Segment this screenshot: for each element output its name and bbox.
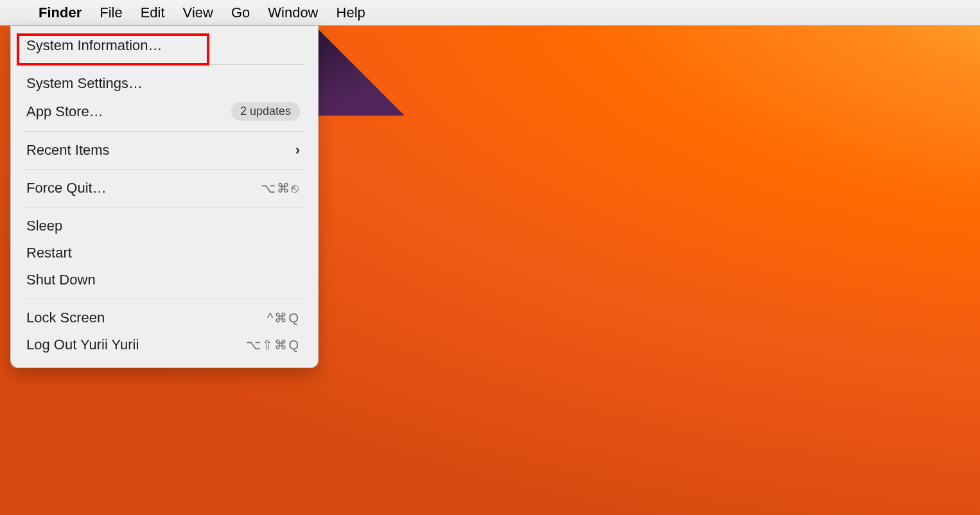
menu-item-label: App Store… xyxy=(26,103,103,120)
menu-item-system-information[interactable]: System Information… xyxy=(11,32,318,59)
menu-separator xyxy=(24,131,305,132)
menu-item-force-quit[interactable]: Force Quit… ⌥⌘⎋ xyxy=(11,175,318,202)
menu-item-label: Force Quit… xyxy=(26,180,107,196)
menubar-item-help[interactable]: Help xyxy=(337,0,365,26)
keyboard-shortcut: ⌥⇧⌘Q xyxy=(246,337,300,353)
menubar-item-window[interactable]: Window xyxy=(268,0,318,26)
menu-separator xyxy=(24,64,305,65)
chevron-right-icon: › xyxy=(295,142,300,159)
menubar: Finder File Edit View Go Window Help xyxy=(0,0,980,26)
apple-menu-dropdown: System Information… System Settings… App… xyxy=(10,26,319,368)
menubar-app-name[interactable]: Finder xyxy=(39,0,82,26)
menu-item-label: Sleep xyxy=(26,218,62,234)
menu-item-label: System Information… xyxy=(26,37,162,54)
menu-item-label: Lock Screen xyxy=(26,310,105,326)
menu-item-label: Log Out Yurii Yurii xyxy=(26,336,139,353)
menubar-item-file[interactable]: File xyxy=(100,0,122,26)
menubar-item-go[interactable]: Go xyxy=(231,0,250,26)
menubar-item-view[interactable]: View xyxy=(183,0,213,26)
menu-item-app-store[interactable]: App Store… 2 updates xyxy=(11,97,318,126)
menu-item-sleep[interactable]: Sleep xyxy=(11,213,318,240)
menu-item-recent-items[interactable]: Recent Items › xyxy=(11,137,318,164)
menu-item-label: Restart xyxy=(26,245,72,261)
menu-separator xyxy=(24,169,305,170)
menu-item-shut-down[interactable]: Shut Down xyxy=(11,266,318,293)
menu-separator xyxy=(24,207,305,207)
menu-item-label: Recent Items xyxy=(26,142,110,159)
menu-separator xyxy=(24,299,305,299)
menu-item-lock-screen[interactable]: Lock Screen ^⌘Q xyxy=(11,304,318,331)
menubar-item-edit[interactable]: Edit xyxy=(141,0,165,26)
menu-item-restart[interactable]: Restart xyxy=(11,240,318,266)
menu-item-label: Shut Down xyxy=(26,272,96,288)
keyboard-shortcut: ^⌘Q xyxy=(267,310,300,326)
updates-badge: 2 updates xyxy=(231,102,300,121)
keyboard-shortcut: ⌥⌘⎋ xyxy=(261,180,300,196)
menu-item-system-settings[interactable]: System Settings… xyxy=(11,70,318,97)
menu-item-log-out[interactable]: Log Out Yurii Yurii ⌥⇧⌘Q xyxy=(11,331,318,358)
menu-item-label: System Settings… xyxy=(26,75,143,92)
